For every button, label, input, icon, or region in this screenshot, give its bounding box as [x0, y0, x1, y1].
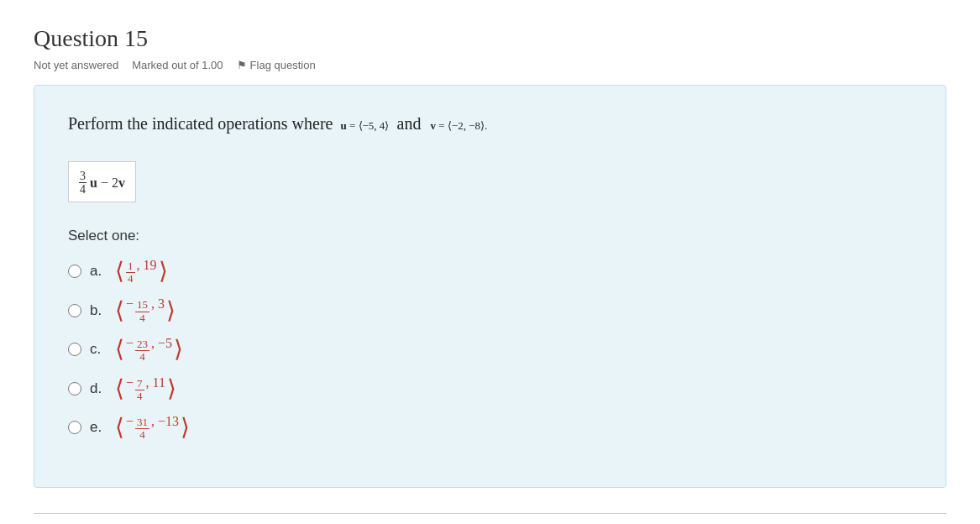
- frac-31-4-e: 31 4: [135, 417, 149, 442]
- select-one-label: Select one:: [68, 228, 912, 244]
- question-text-prefix: Perform the indicated operations where: [68, 114, 333, 133]
- option-b[interactable]: b. ⟨ − 15 4 , 3 ⟩: [68, 296, 912, 324]
- option-b-math: ⟨ − 15 4 , 3 ⟩: [115, 296, 176, 324]
- close-angle-b: ⟩: [166, 299, 176, 322]
- option-b-content: − 15 4 , 3: [126, 296, 165, 324]
- option-c-content: − 23 4 , −5: [126, 336, 172, 364]
- flag-question-link[interactable]: ⚑ Flag question: [237, 59, 316, 71]
- options-list: a. ⟨ 1 4 , 19 ⟩ b.: [68, 258, 912, 442]
- option-d-label: d.: [90, 380, 107, 397]
- expression-display: 3 4 u − 2v: [79, 170, 125, 196]
- open-angle-a: ⟨: [115, 259, 124, 283]
- comma-e: , −13: [151, 414, 179, 429]
- open-angle-d: ⟨: [115, 377, 124, 401]
- close-angle-e: ⟩: [181, 416, 190, 439]
- comma-a: , 19: [137, 258, 157, 273]
- option-b-label: b.: [90, 302, 107, 319]
- frac-7-4-d: 7 4: [135, 378, 144, 403]
- option-d-content: − 7 4 , 11: [126, 375, 165, 403]
- minus-sign: −: [101, 176, 108, 191]
- page-divider: [34, 513, 946, 514]
- flag-label: Flag question: [250, 59, 316, 71]
- marked-label: Marked out of 1.00: [132, 59, 223, 71]
- expression-box: 3 4 u − 2v: [68, 161, 136, 202]
- v-definition: v = ⟨−2, −8⟩.: [431, 119, 488, 132]
- radio-c[interactable]: [68, 343, 81, 356]
- flag-icon: ⚑: [237, 59, 247, 71]
- open-angle-e: ⟨: [115, 416, 124, 439]
- option-c[interactable]: c. ⟨ − 23 4 , −5 ⟩: [68, 336, 912, 364]
- close-angle-c: ⟩: [174, 338, 183, 361]
- not-answered-label: Not yet answered: [34, 59, 118, 71]
- option-a[interactable]: a. ⟨ 1 4 , 19 ⟩: [68, 258, 912, 286]
- option-a-math: ⟨ 1 4 , 19 ⟩: [115, 258, 168, 286]
- question-text: Perform the indicated operations where u…: [68, 111, 912, 136]
- radio-d[interactable]: [68, 382, 81, 396]
- frac-15-4-b: 15 4: [135, 299, 149, 324]
- option-e-math: ⟨ − 31 4 , −13 ⟩: [115, 414, 190, 442]
- close-angle-d: ⟩: [167, 377, 176, 401]
- question-meta: Not yet answered Marked out of 1.00 ⚑ Fl…: [34, 59, 946, 71]
- and-text: and: [397, 114, 422, 133]
- comma-b: , 3: [151, 296, 165, 312]
- two-v: 2v: [112, 176, 125, 191]
- option-d-math: ⟨ − 7 4 , 11 ⟩: [115, 375, 176, 403]
- option-c-label: c.: [90, 341, 107, 358]
- close-angle-a: ⟩: [159, 259, 168, 283]
- radio-e[interactable]: [68, 421, 81, 434]
- question-title: Question 15: [34, 25, 946, 52]
- u-definition: u = ⟨−5, 4⟩: [340, 119, 391, 132]
- minus-b: −: [126, 296, 134, 312]
- frac-23-4-c: 23 4: [135, 338, 149, 364]
- comma-d: , 11: [146, 375, 165, 390]
- open-angle-b: ⟨: [115, 299, 124, 322]
- option-e-label: e.: [90, 419, 107, 436]
- u-variable: u: [90, 176, 97, 191]
- comma-c: , −5: [151, 336, 172, 351]
- minus-c: −: [126, 336, 134, 351]
- page-container: Question 15 Not yet answered Marked out …: [0, 0, 980, 524]
- minus-e: −: [126, 414, 134, 429]
- question-box: Perform the indicated operations where u…: [34, 85, 946, 488]
- frac-1-4-a: 1 4: [126, 260, 135, 286]
- option-a-label: a.: [90, 263, 107, 280]
- minus-d: −: [126, 375, 134, 390]
- option-d[interactable]: d. ⟨ − 7 4 , 11 ⟩: [68, 375, 912, 403]
- radio-b[interactable]: [68, 304, 81, 317]
- option-a-content: 1 4 , 19: [126, 258, 157, 286]
- option-e-content: − 31 4 , −13: [126, 414, 179, 442]
- option-e[interactable]: e. ⟨ − 31 4 , −13 ⟩: [68, 414, 912, 442]
- radio-a[interactable]: [68, 265, 81, 278]
- fraction-3-4: 3 4: [79, 170, 86, 196]
- option-c-math: ⟨ − 23 4 , −5 ⟩: [115, 336, 183, 364]
- open-angle-c: ⟨: [115, 338, 124, 361]
